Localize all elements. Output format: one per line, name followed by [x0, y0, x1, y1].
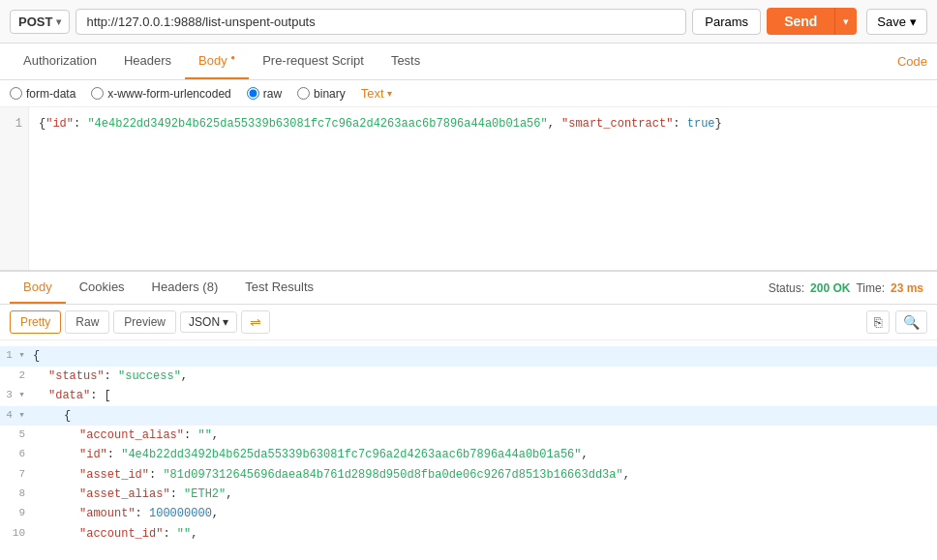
form-data-option[interactable]: form-data [10, 87, 76, 101]
line-num-1: 1 [6, 115, 22, 133]
line-num-8: 8 [6, 485, 33, 503]
search-button[interactable]: 🔍 [895, 310, 927, 334]
time-label: Time: [856, 281, 885, 295]
line-num-6: 6 [6, 445, 33, 463]
save-button[interactable]: Save ▾ [866, 9, 927, 35]
copy-button[interactable]: ⎘ [866, 310, 890, 334]
btab-cookies[interactable]: Cookies [66, 272, 138, 304]
url-input[interactable] [76, 9, 686, 35]
btab-test-results[interactable]: Test Results [231, 272, 327, 304]
line-num-7: 7 [6, 465, 33, 484]
method-selector[interactable]: POST ▾ [10, 10, 70, 34]
status-code: 200 OK [810, 281, 850, 295]
send-btn-group: Send ▾ [767, 8, 857, 35]
btab-headers[interactable]: Headers (8) [138, 272, 232, 304]
bottom-tabs-row: Body Cookies Headers (8) Test Results St… [0, 272, 937, 305]
format-chevron-icon: ▾ [223, 315, 228, 329]
tab-tests[interactable]: Tests [378, 44, 434, 79]
json-line-4: 4 ▾ { [0, 406, 937, 426]
code-editor: 1 {"id": "4e4b22dd3492b4b625da55339b6308… [0, 107, 937, 272]
bottom-panel: Body Cookies Headers (8) Test Results St… [0, 272, 937, 544]
json-line-10: 10 "account_id": "", [0, 524, 937, 544]
send-button[interactable]: Send [767, 8, 834, 35]
code-content[interactable]: {"id": "4e4b22dd3492b4b625da55339b63081f… [29, 107, 937, 270]
toolbar-left: Pretty Raw Preview JSON ▾ ⇌ [10, 310, 270, 334]
response-preview-btn[interactable]: Preview [113, 310, 176, 334]
body-options: form-data x-www-form-urlencoded raw bina… [0, 80, 937, 107]
x-www-label: x-www-form-urlencoded [107, 87, 230, 101]
binary-option[interactable]: binary [297, 87, 346, 101]
json-line-8: 8 "asset_alias": "ETH2", [0, 485, 937, 504]
x-www-option[interactable]: x-www-form-urlencoded [91, 87, 230, 101]
save-label: Save [877, 15, 906, 29]
time-value: 23 ms [891, 281, 923, 295]
json-line-3: 3 ▾ "data": [ [0, 386, 937, 405]
line-num-2: 2 [6, 367, 33, 385]
json-line-5: 5 "account_alias": "", [0, 426, 937, 445]
tab-authorization[interactable]: Authorization [10, 44, 110, 79]
send-arrow-button[interactable]: ▾ [834, 8, 857, 35]
save-chevron-icon: ▾ [910, 15, 917, 29]
tabs-left: Authorization Headers Body ● Pre-request… [10, 44, 434, 79]
tabs-row: Authorization Headers Body ● Pre-request… [0, 44, 937, 80]
response-pretty-btn[interactable]: Pretty [10, 310, 61, 334]
status-label: Status: [769, 281, 804, 295]
wrap-button[interactable]: ⇌ [241, 310, 270, 334]
json-line-1: 1 ▾ { [0, 346, 937, 366]
btab-body[interactable]: Body [10, 272, 66, 304]
top-bar: POST ▾ Params Send ▾ Save ▾ [0, 0, 937, 44]
line-num-9: 9 [6, 504, 33, 522]
tab-pre-request-script[interactable]: Pre-request Script [249, 44, 378, 79]
method-chevron-icon: ▾ [56, 16, 61, 27]
bottom-tabs-left: Body Cookies Headers (8) Test Results [10, 272, 327, 304]
response-json: 1 ▾ { 2 "status": "success", 3 ▾ "data":… [0, 340, 937, 544]
format-label: JSON [189, 315, 220, 329]
line-num-10: 10 [6, 524, 33, 543]
line-num-5: 5 [6, 426, 33, 444]
form-data-label: form-data [26, 87, 76, 101]
json-line-2: 2 "status": "success", [0, 367, 937, 386]
json-line-9: 9 "amount": 100000000, [0, 504, 937, 523]
params-button[interactable]: Params [692, 9, 761, 35]
line-num-toggle-3[interactable]: 3 ▾ [6, 386, 33, 404]
status-info: Status: 200 OK Time: 23 ms [769, 281, 927, 295]
tab-headers[interactable]: Headers [110, 44, 185, 79]
binary-label: binary [314, 87, 346, 101]
tab-body[interactable]: Body ● [185, 44, 249, 79]
format-select[interactable]: JSON ▾ [180, 311, 237, 333]
toolbar-right: ⎘ 🔍 [866, 310, 927, 334]
response-toolbar: Pretty Raw Preview JSON ▾ ⇌ ⎘ 🔍 [0, 305, 937, 340]
text-format-label: Text [361, 86, 384, 101]
response-raw-btn[interactable]: Raw [65, 310, 109, 334]
text-format-chevron-icon: ▾ [387, 88, 392, 99]
method-label: POST [18, 15, 52, 29]
json-line-7: 7 "asset_id": "81d097312645696daea84b761… [0, 465, 937, 485]
line-num-toggle-4[interactable]: 4 ▾ [6, 406, 33, 425]
line-num-toggle-1[interactable]: 1 ▾ [6, 346, 33, 365]
raw-option[interactable]: raw [247, 87, 282, 101]
code-link[interactable]: Code [897, 44, 927, 78]
raw-label: raw [263, 87, 282, 101]
json-line-6: 6 "id": "4e4b22dd3492b4b625da55339b63081… [0, 445, 937, 464]
text-format-dropdown[interactable]: Text ▾ [361, 86, 392, 101]
line-numbers: 1 [0, 107, 29, 270]
